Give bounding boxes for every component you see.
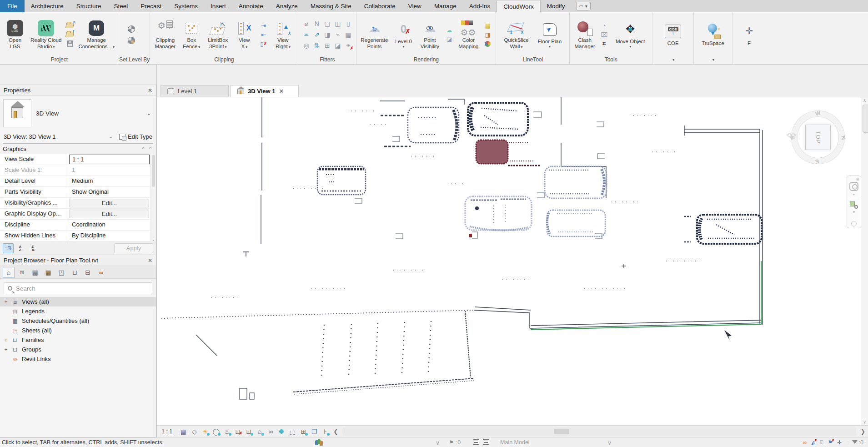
scroll-down-icon[interactable]: ∨ bbox=[861, 420, 868, 424]
color-mapping-button[interactable]: ⚙⚙ Color Mapping bbox=[456, 19, 481, 50]
design-option-icons[interactable] bbox=[471, 439, 491, 446]
legends-filter-button[interactable]: ▤ bbox=[29, 267, 41, 278]
coe-button[interactable]: COE↑ COE bbox=[661, 22, 685, 47]
tree-item-legends[interactable]: ▤ Legends bbox=[0, 306, 156, 316]
tab-insert[interactable]: Insert bbox=[204, 0, 232, 12]
design-option-value[interactable]: Main Model bbox=[500, 439, 530, 446]
instance-selector[interactable]: 3D View: 3D View 1 ⌄ Edit Type bbox=[0, 131, 156, 143]
tab-addins[interactable]: Add-Ins bbox=[463, 0, 497, 12]
fitters-column-tool[interactable]: ▯ bbox=[343, 18, 353, 29]
scroll-right-icon[interactable]: ❯ bbox=[861, 428, 865, 435]
project-browser-header[interactable]: Project Browser - Floor Plan Tool.rvt ✕ bbox=[0, 255, 156, 266]
reveal-hidden-elements-icon[interactable] bbox=[276, 427, 287, 437]
box-fence-button[interactable]: Box Fence▾ bbox=[179, 19, 204, 50]
drag-on-selection-icon[interactable]: ✛ bbox=[837, 439, 842, 446]
tree-item-views[interactable]: + ⧈ Views (all) bbox=[0, 297, 156, 306]
close-icon[interactable]: ✕ bbox=[279, 88, 284, 95]
close-icon[interactable]: ✕ bbox=[148, 257, 152, 264]
close-icon[interactable]: ⊗ bbox=[856, 177, 859, 181]
group-chevron-coe[interactable]: ▾ bbox=[652, 55, 693, 64]
fitters-ramp-tool[interactable]: ◪ bbox=[332, 40, 343, 51]
horizontal-scrollbar[interactable] bbox=[342, 427, 856, 436]
color-adjust-button[interactable]: ◨ bbox=[483, 31, 492, 39]
fitters-grid-tool[interactable]: ▦ bbox=[343, 29, 353, 40]
properties-header[interactable]: Properties ✕ bbox=[0, 85, 156, 96]
expand-icon[interactable]: + bbox=[4, 347, 8, 353]
view-scale-input[interactable]: 1 : 1 bbox=[69, 155, 150, 164]
scroll-up-icon[interactable]: ∧ bbox=[861, 98, 868, 103]
set-level-sphere-button[interactable] bbox=[127, 25, 136, 33]
view-x-button[interactable]: X View X▾ bbox=[232, 19, 256, 50]
limitbox-3point-button[interactable]: ⇱ LimitBox 3Point▾ bbox=[206, 19, 230, 50]
links-filter-button[interactable]: ∞ bbox=[95, 267, 107, 278]
save-button[interactable] bbox=[65, 40, 74, 48]
ribbon-display-toggle[interactable]: ▭ ▾ bbox=[576, 2, 591, 10]
apply-button[interactable]: Apply bbox=[114, 243, 153, 253]
collapse-section-icon[interactable]: ^ ^ bbox=[142, 146, 153, 151]
open-lgs-button[interactable]: ⬢LGS Open LGS bbox=[3, 19, 27, 50]
parts-visibility-field[interactable]: Show Original bbox=[68, 187, 151, 197]
sort-descending-button[interactable]: ZA↓ bbox=[28, 243, 39, 253]
property-filter-button[interactable]: ≡⇅ bbox=[3, 243, 14, 253]
tab-manage[interactable]: Manage bbox=[428, 0, 463, 12]
visibility-graphics-edit-button[interactable]: Edit... bbox=[70, 199, 149, 207]
tree-item-schedules[interactable]: ▦ Schedules/Quantities (all) bbox=[0, 316, 156, 326]
families-filter-button[interactable]: ⊔ bbox=[69, 267, 80, 278]
crossing-lines-button[interactable]: ⌧ bbox=[600, 31, 608, 39]
group-chevron-truspace[interactable]: ▾ bbox=[694, 55, 732, 64]
visual-style-icon[interactable]: ◇ bbox=[189, 427, 200, 437]
magic-plane-button[interactable]: ◔ bbox=[600, 22, 608, 30]
tab-collaborate[interactable]: Collaborate bbox=[358, 0, 402, 12]
tree-item-revit-links[interactable]: ∞ Revit Links bbox=[0, 354, 156, 364]
tree-item-sheets[interactable]: ◳ Sheets (all) bbox=[0, 326, 156, 335]
fitters-swap-tool[interactable]: ⇅ bbox=[311, 40, 322, 51]
detail-level-icon[interactable]: ▦ bbox=[178, 427, 189, 437]
graphic-display-edit-button[interactable]: Edit... bbox=[70, 210, 149, 218]
truspace-button[interactable]: ✳ TruSpace bbox=[700, 22, 725, 47]
level-0-button[interactable]: 0✗ Level 0 ▾ bbox=[391, 20, 416, 50]
reality-cloud-studio-button[interactable]: Reality Cloud Studio▾ bbox=[29, 19, 63, 50]
shadows-icon[interactable]: ◯ bbox=[211, 427, 221, 437]
select-pinned-icon[interactable]: ⍗ bbox=[820, 439, 823, 446]
view-plane-in-button[interactable]: ⇥ bbox=[259, 22, 268, 30]
sun-path-icon[interactable]: ☀ bbox=[200, 427, 211, 437]
move-object-button[interactable]: ✥ Move Object ▾ bbox=[611, 20, 649, 50]
fitters-polyline-tool[interactable]: N bbox=[311, 18, 322, 29]
rotate-arrows-icon[interactable]: ⟲⟳ bbox=[786, 132, 796, 139]
graphics-section-header[interactable]: Graphics ^ ^ bbox=[0, 144, 156, 154]
fitters-unlink-tool[interactable]: ⚭✗ bbox=[343, 40, 353, 51]
floor-plan-button[interactable]: ➤ Floor Plan ▾ bbox=[537, 20, 563, 50]
view-plane-back-button[interactable]: ⇤ bbox=[259, 31, 268, 39]
fitters-panel-tool[interactable]: ▢ bbox=[322, 18, 332, 29]
select-by-face-icon[interactable]: ⚑✗ bbox=[828, 439, 833, 446]
fitters-pipe-tool[interactable]: ⌁ bbox=[332, 29, 343, 40]
point-visibility-button[interactable]: ☁ Point Visibility bbox=[417, 19, 442, 50]
crop-view-icon[interactable]: ⊡✗ bbox=[232, 427, 243, 437]
tab-steel[interactable]: Steel bbox=[108, 0, 135, 12]
tree-item-families[interactable]: + ⊔ Families bbox=[0, 335, 156, 345]
show-crop-region-icon[interactable]: ⊡ bbox=[243, 427, 254, 437]
tab-file[interactable]: File bbox=[0, 0, 25, 12]
zoom-region-icon[interactable] bbox=[850, 201, 858, 209]
view-plane-remove-button[interactable]: ▯✗ bbox=[259, 40, 268, 48]
expand-icon[interactable]: + bbox=[4, 337, 8, 343]
tab-annotate[interactable]: Annotate bbox=[232, 0, 270, 12]
chevron-down-icon[interactable]: ▾ bbox=[853, 210, 855, 214]
manage-connections-button[interactable]: M Manage Connections...▾ bbox=[77, 19, 116, 50]
chevron-down-icon[interactable]: ∨ bbox=[436, 439, 440, 446]
scroll-down-icon[interactable]: ⌄ bbox=[151, 237, 156, 241]
search-input[interactable]: Search bbox=[4, 282, 152, 294]
view-scale-control[interactable]: 1 : 1 bbox=[161, 428, 172, 435]
tab-massing-site[interactable]: Massing & Site bbox=[304, 0, 358, 12]
highlight-displacement-icon[interactable]: ❐ bbox=[309, 427, 320, 437]
tab-modify[interactable]: Modify bbox=[541, 0, 572, 12]
render-icon[interactable]: ♨ bbox=[221, 427, 232, 437]
tree-item-groups[interactable]: + ⊟ Groups bbox=[0, 345, 156, 354]
properties-scrollbar[interactable]: ⌄ bbox=[151, 154, 156, 241]
active-workset-control[interactable]: ⚑:0 bbox=[447, 439, 461, 446]
views-filter-button[interactable]: ⧈ bbox=[16, 267, 28, 278]
slice-color-button[interactable]: ◪ bbox=[445, 35, 453, 43]
worksharing-icon[interactable] bbox=[315, 439, 322, 446]
tab-architecture[interactable]: Architecture bbox=[25, 0, 70, 12]
show-analytical-model-icon[interactable]: ⊞ bbox=[298, 427, 309, 437]
